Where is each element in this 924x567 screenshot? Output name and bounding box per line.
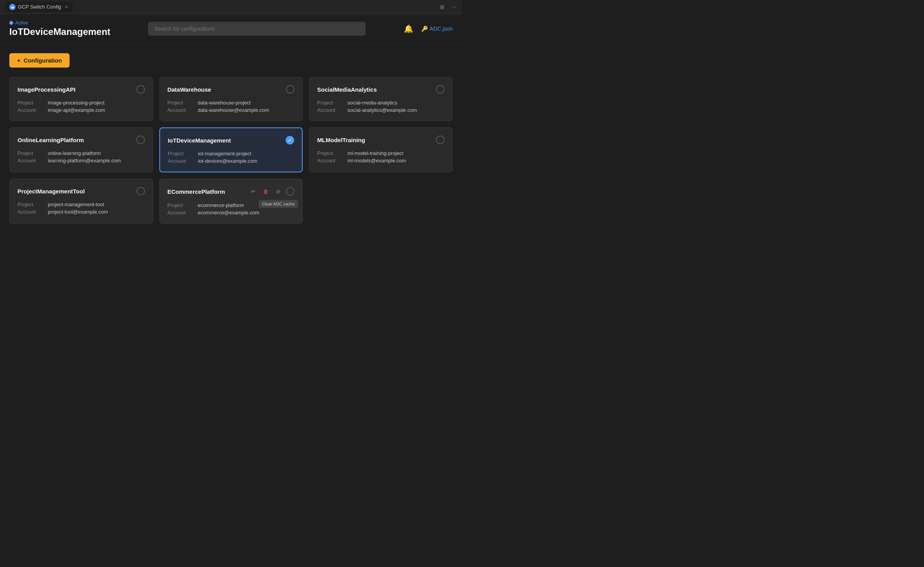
card-info: Project ml-model-training-project Accoun… <box>317 150 445 163</box>
titlebar-left: ☁ GCP Switch Config × <box>5 2 73 12</box>
config-grid: ImageProcessingAPI Project image-process… <box>9 77 453 224</box>
project-value: ecommerce-platform <box>198 202 295 208</box>
project-value: data-warehouse-project <box>198 100 295 106</box>
account-label: Account <box>317 107 344 113</box>
card-header: DataWarehouse <box>167 85 295 94</box>
key-icon: 🔑 <box>421 26 428 32</box>
add-config-label: Configuration <box>24 57 62 64</box>
card-radio[interactable] <box>136 136 145 144</box>
account-value: project-tool@example.com <box>48 209 145 215</box>
account-value: iot-devices@example.com <box>198 158 295 164</box>
config-card-image-processing-api[interactable]: ImageProcessingAPI Project image-process… <box>9 77 153 121</box>
card-radio[interactable] <box>136 85 145 94</box>
card-radio[interactable] <box>436 85 445 94</box>
account-value: ml-models@example.com <box>347 158 445 163</box>
card-radio[interactable] <box>286 187 295 196</box>
project-label: Project <box>17 150 45 156</box>
card-name: MLModelTraining <box>317 137 365 143</box>
card-header: MLModelTraining <box>317 136 445 144</box>
delete-icon[interactable]: 🗑 <box>261 187 270 196</box>
account-label: Account <box>167 107 195 113</box>
card-info: Project social-media-analytics Account s… <box>317 100 445 113</box>
account-value: learning-platform@example.com <box>48 158 145 163</box>
card-header: OnlineLearningPlatform <box>17 136 145 144</box>
project-value: project-management-tool <box>48 202 145 207</box>
more-button[interactable]: ⋯ <box>450 3 457 10</box>
card-radio-checked: ✓ <box>286 136 294 144</box>
card-info: Project ecommerce-platform Account ecomm… <box>167 202 295 216</box>
account-value: data-warehouse@example.com <box>198 107 295 113</box>
clear-adc-container: ⊘ Clear ADC cache <box>274 187 283 196</box>
project-value: social-media-analytics <box>347 100 445 106</box>
active-dot-icon <box>9 21 13 25</box>
config-card-social-media-analytics[interactable]: SocialMediaAnalytics Project social-medi… <box>309 77 453 121</box>
project-label: Project <box>168 151 195 157</box>
main-content: + Configuration ImageProcessingAPI Proje… <box>0 44 462 233</box>
card-name: ECommercePlatform <box>167 188 225 195</box>
search-input[interactable] <box>148 22 366 36</box>
card-info: Project project-management-tool Account … <box>17 202 145 215</box>
add-configuration-button[interactable]: + Configuration <box>9 53 70 68</box>
account-label: Account <box>168 158 195 164</box>
account-label: Account <box>17 107 45 113</box>
card-info: Project iot-management-project Account i… <box>168 151 295 164</box>
app-title: IoTDeviceManagement <box>9 26 110 37</box>
header-right: 🔔 🔑 ADC.json <box>404 24 453 33</box>
account-value: image-api@example.com <box>48 107 145 113</box>
tab[interactable]: ☁ GCP Switch Config × <box>5 2 73 12</box>
project-label: Project <box>167 202 195 208</box>
titlebar: ☁ GCP Switch Config × ⊞ ⋯ <box>0 0 462 14</box>
card-name: OnlineLearningPlatform <box>17 137 84 143</box>
clear-adc-icon[interactable]: ⊘ <box>274 187 283 196</box>
card-name: DataWarehouse <box>167 86 211 93</box>
card-header: IoTDeviceManagement ✓ <box>168 136 295 144</box>
plus-icon: + <box>17 57 21 64</box>
card-name: ProjectManagementTool <box>17 188 85 195</box>
config-card-ml-model-training[interactable]: MLModelTraining Project ml-model-trainin… <box>309 127 453 172</box>
layout-button[interactable]: ⊞ <box>439 3 446 10</box>
tab-close-button[interactable]: × <box>65 4 68 10</box>
adc-link[interactable]: 🔑 ADC.json <box>421 26 453 32</box>
config-card-data-warehouse[interactable]: DataWarehouse Project data-warehouse-pro… <box>159 77 303 121</box>
project-value: ml-model-training-project <box>347 150 445 156</box>
card-name: SocialMediaAnalytics <box>317 86 377 93</box>
account-value: social-analytics@example.com <box>347 107 445 113</box>
project-value: iot-management-project <box>198 151 295 157</box>
account-value: ecommerce@example.com <box>198 210 295 216</box>
account-label: Account <box>317 158 344 163</box>
account-label: Account <box>167 210 195 216</box>
card-info: Project image-processing-project Account… <box>17 100 145 113</box>
active-label: Active <box>15 20 28 26</box>
card-actions: ✏ 🗑 ⊘ Clear ADC cache <box>249 187 295 196</box>
card-name: IoTDeviceManagement <box>168 137 231 144</box>
card-header: ECommercePlatform ✏ 🗑 ⊘ Clear ADC cache <box>167 187 295 196</box>
card-header: SocialMediaAnalytics <box>317 85 445 94</box>
account-label: Account <box>17 209 45 215</box>
card-radio[interactable] <box>286 85 295 94</box>
project-label: Project <box>317 100 344 106</box>
bell-icon[interactable]: 🔔 <box>404 24 413 33</box>
config-card-ecommerce-platform[interactable]: ECommercePlatform ✏ 🗑 ⊘ Clear ADC cache … <box>159 179 303 224</box>
project-label: Project <box>317 150 344 156</box>
search-bar <box>148 22 366 36</box>
header-left: Active IoTDeviceManagement <box>9 20 110 37</box>
card-radio[interactable] <box>136 187 145 195</box>
config-card-iot-device-management[interactable]: IoTDeviceManagement ✓ Project iot-manage… <box>159 127 303 172</box>
project-value: image-processing-project <box>48 100 145 106</box>
project-label: Project <box>17 202 45 207</box>
project-value: online-learning-platform <box>48 150 145 156</box>
card-radio[interactable] <box>436 136 445 144</box>
card-name: ImageProcessingAPI <box>17 86 75 93</box>
account-label: Account <box>17 158 45 163</box>
tab-label: GCP Switch Config <box>18 4 61 10</box>
project-label: Project <box>17 100 45 106</box>
header: Active IoTDeviceManagement 🔔 🔑 ADC.json <box>0 14 462 44</box>
card-info: Project data-warehouse-project Account d… <box>167 100 295 113</box>
tab-icon: ☁ <box>9 4 16 10</box>
project-label: Project <box>167 100 195 106</box>
card-header: ImageProcessingAPI <box>17 85 145 94</box>
config-card-project-management-tool[interactable]: ProjectManagementTool Project project-ma… <box>9 179 153 224</box>
titlebar-right: ⊞ ⋯ <box>439 3 457 10</box>
edit-icon[interactable]: ✏ <box>249 187 258 196</box>
config-card-online-learning-platform[interactable]: OnlineLearningPlatform Project online-le… <box>9 127 153 172</box>
